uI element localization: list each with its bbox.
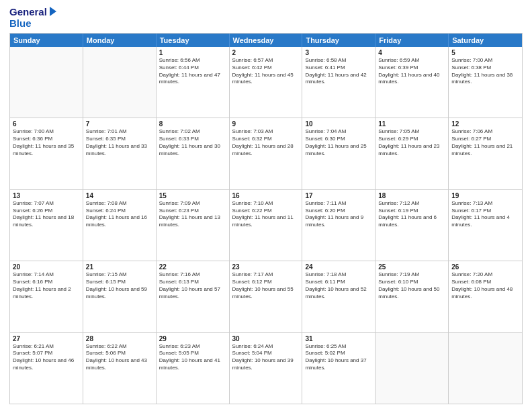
cell-text: Sunrise: 6:59 AMSunset: 6:39 PMDaylight:… xyxy=(378,57,445,86)
calendar-cell xyxy=(83,47,157,118)
cell-text: Sunrise: 7:19 AMSunset: 6:10 PMDaylight:… xyxy=(378,271,445,300)
cell-text: Sunrise: 7:20 AMSunset: 6:08 PMDaylight:… xyxy=(451,271,519,300)
day-number: 1 xyxy=(159,49,226,56)
cell-text: Sunrise: 7:13 AMSunset: 6:17 PMDaylight:… xyxy=(451,200,519,229)
day-number: 20 xyxy=(13,263,80,271)
calendar-row: 6Sunrise: 7:00 AMSunset: 6:36 PMDaylight… xyxy=(10,118,522,189)
calendar-cell xyxy=(10,47,83,118)
day-number: 31 xyxy=(305,335,372,342)
day-number: 27 xyxy=(13,335,80,342)
day-number: 12 xyxy=(451,120,519,128)
calendar-cell: 24Sunrise: 7:18 AMSunset: 6:11 PMDayligh… xyxy=(302,261,375,332)
page: General Blue SundayMondayTuesdayWednesda… xyxy=(0,0,532,411)
calendar-cell: 31Sunrise: 6:25 AMSunset: 5:02 PMDayligh… xyxy=(302,333,375,404)
day-number: 17 xyxy=(305,192,372,199)
day-number: 28 xyxy=(86,335,153,342)
calendar-cell: 3Sunrise: 6:58 AMSunset: 6:41 PMDaylight… xyxy=(302,47,375,118)
day-number: 7 xyxy=(86,120,153,128)
calendar-cell: 20Sunrise: 7:14 AMSunset: 6:16 PMDayligh… xyxy=(10,261,83,332)
calendar-header-row: SundayMondayTuesdayWednesdayThursdayFrid… xyxy=(10,34,522,47)
cell-text: Sunrise: 7:01 AMSunset: 6:35 PMDaylight:… xyxy=(86,128,153,157)
calendar-cell: 7Sunrise: 7:01 AMSunset: 6:35 PMDaylight… xyxy=(83,118,157,189)
calendar-cell: 9Sunrise: 7:03 AMSunset: 6:32 PMDaylight… xyxy=(230,118,303,189)
cell-text: Sunrise: 7:03 AMSunset: 6:32 PMDaylight:… xyxy=(232,128,300,157)
cell-text: Sunrise: 7:12 AMSunset: 6:19 PMDaylight:… xyxy=(378,200,445,229)
cell-text: Sunrise: 7:17 AMSunset: 6:12 PMDaylight:… xyxy=(232,271,300,300)
cell-text: Sunrise: 7:10 AMSunset: 6:22 PMDaylight:… xyxy=(232,200,300,229)
cell-text: Sunrise: 6:58 AMSunset: 6:41 PMDaylight:… xyxy=(305,57,372,86)
day-number: 19 xyxy=(451,192,519,199)
calendar-cell: 14Sunrise: 7:08 AMSunset: 6:24 PMDayligh… xyxy=(83,190,157,261)
header: General Blue xyxy=(9,7,523,29)
day-number: 21 xyxy=(86,263,153,271)
day-number: 10 xyxy=(305,120,372,128)
cell-text: Sunrise: 7:07 AMSunset: 6:26 PMDaylight:… xyxy=(13,200,80,229)
calendar-cell: 28Sunrise: 6:22 AMSunset: 5:06 PMDayligh… xyxy=(83,333,157,404)
cell-text: Sunrise: 6:24 AMSunset: 5:04 PMDaylight:… xyxy=(232,343,300,372)
header-cell-friday: Friday xyxy=(375,34,449,47)
calendar-cell: 21Sunrise: 7:15 AMSunset: 6:15 PMDayligh… xyxy=(83,261,157,332)
day-number: 23 xyxy=(232,263,300,271)
cell-text: Sunrise: 6:56 AMSunset: 6:44 PMDaylight:… xyxy=(159,57,226,86)
cell-text: Sunrise: 6:57 AMSunset: 6:42 PMDaylight:… xyxy=(232,57,300,86)
calendar-cell: 12Sunrise: 7:06 AMSunset: 6:27 PMDayligh… xyxy=(449,118,522,189)
cell-text: Sunrise: 6:22 AMSunset: 5:06 PMDaylight:… xyxy=(86,343,153,372)
calendar-cell xyxy=(449,333,522,404)
calendar-cell xyxy=(375,333,449,404)
calendar-row: 1Sunrise: 6:56 AMSunset: 6:44 PMDaylight… xyxy=(10,47,522,118)
header-cell-tuesday: Tuesday xyxy=(157,34,230,47)
cell-text: Sunrise: 7:00 AMSunset: 6:38 PMDaylight:… xyxy=(451,57,519,86)
day-number: 29 xyxy=(159,335,226,342)
cell-text: Sunrise: 7:14 AMSunset: 6:16 PMDaylight:… xyxy=(13,271,80,300)
calendar-body: 1Sunrise: 6:56 AMSunset: 6:44 PMDaylight… xyxy=(10,47,522,404)
cell-text: Sunrise: 7:11 AMSunset: 6:20 PMDaylight:… xyxy=(305,200,372,229)
cell-text: Sunrise: 6:25 AMSunset: 5:02 PMDaylight:… xyxy=(305,343,372,372)
calendar-cell: 2Sunrise: 6:57 AMSunset: 6:42 PMDaylight… xyxy=(230,47,303,118)
calendar-cell: 17Sunrise: 7:11 AMSunset: 6:20 PMDayligh… xyxy=(302,190,375,261)
calendar-cell: 26Sunrise: 7:20 AMSunset: 6:08 PMDayligh… xyxy=(449,261,522,332)
day-number: 30 xyxy=(232,335,300,342)
calendar-cell: 22Sunrise: 7:16 AMSunset: 6:13 PMDayligh… xyxy=(157,261,230,332)
calendar-cell: 29Sunrise: 6:23 AMSunset: 5:05 PMDayligh… xyxy=(157,333,230,404)
header-cell-sunday: Sunday xyxy=(10,34,83,47)
calendar-cell: 1Sunrise: 6:56 AMSunset: 6:44 PMDaylight… xyxy=(157,47,230,118)
header-cell-monday: Monday xyxy=(83,34,157,47)
day-number: 11 xyxy=(378,120,445,128)
calendar-cell: 19Sunrise: 7:13 AMSunset: 6:17 PMDayligh… xyxy=(449,190,522,261)
cell-text: Sunrise: 6:21 AMSunset: 5:07 PMDaylight:… xyxy=(13,343,80,372)
calendar-cell: 4Sunrise: 6:59 AMSunset: 6:39 PMDaylight… xyxy=(375,47,449,118)
calendar-cell: 16Sunrise: 7:10 AMSunset: 6:22 PMDayligh… xyxy=(230,190,303,261)
calendar-cell: 23Sunrise: 7:17 AMSunset: 6:12 PMDayligh… xyxy=(230,261,303,332)
calendar-cell: 13Sunrise: 7:07 AMSunset: 6:26 PMDayligh… xyxy=(10,190,83,261)
logo-general: General xyxy=(9,7,58,18)
day-number: 16 xyxy=(232,192,300,199)
day-number: 15 xyxy=(159,192,226,199)
day-number: 2 xyxy=(232,49,300,56)
cell-text: Sunrise: 7:16 AMSunset: 6:13 PMDaylight:… xyxy=(159,271,226,300)
calendar-cell: 11Sunrise: 7:05 AMSunset: 6:29 PMDayligh… xyxy=(375,118,449,189)
day-number: 22 xyxy=(159,263,226,271)
cell-text: Sunrise: 7:04 AMSunset: 6:30 PMDaylight:… xyxy=(305,128,372,157)
calendar-cell: 6Sunrise: 7:00 AMSunset: 6:36 PMDaylight… xyxy=(10,118,83,189)
day-number: 26 xyxy=(451,263,519,271)
logo-graphic: General Blue xyxy=(9,7,58,29)
day-number: 6 xyxy=(13,120,80,128)
day-number: 24 xyxy=(305,263,372,271)
day-number: 8 xyxy=(159,120,226,128)
calendar-row: 27Sunrise: 6:21 AMSunset: 5:07 PMDayligh… xyxy=(10,332,522,404)
header-cell-wednesday: Wednesday xyxy=(230,34,303,47)
logo-blue: Blue xyxy=(9,18,58,30)
header-cell-thursday: Thursday xyxy=(302,34,375,47)
cell-text: Sunrise: 7:08 AMSunset: 6:24 PMDaylight:… xyxy=(86,200,153,229)
day-number: 18 xyxy=(378,192,445,199)
header-cell-saturday: Saturday xyxy=(449,34,522,47)
day-number: 4 xyxy=(378,49,445,56)
calendar-cell: 8Sunrise: 7:02 AMSunset: 6:33 PMDaylight… xyxy=(157,118,230,189)
day-number: 14 xyxy=(86,192,153,199)
calendar-row: 13Sunrise: 7:07 AMSunset: 6:26 PMDayligh… xyxy=(10,189,522,261)
cell-text: Sunrise: 7:02 AMSunset: 6:33 PMDaylight:… xyxy=(159,128,226,157)
day-number: 25 xyxy=(378,263,445,271)
calendar-cell: 18Sunrise: 7:12 AMSunset: 6:19 PMDayligh… xyxy=(375,190,449,261)
calendar-cell: 10Sunrise: 7:04 AMSunset: 6:30 PMDayligh… xyxy=(302,118,375,189)
calendar-cell: 5Sunrise: 7:00 AMSunset: 6:38 PMDaylight… xyxy=(449,47,522,118)
